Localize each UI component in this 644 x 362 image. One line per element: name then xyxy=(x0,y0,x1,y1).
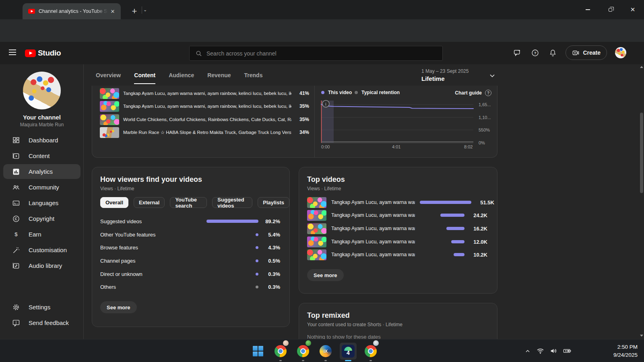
sidebar-item-dashboard[interactable]: Dashboard xyxy=(0,132,84,148)
chip-playlists[interactable]: Playlists xyxy=(258,197,289,208)
studio-brand[interactable]: Studio xyxy=(25,49,61,58)
search-icon xyxy=(195,50,202,57)
chip-suggested-videos[interactable]: Suggested videos xyxy=(212,197,252,208)
clock-date: 9/24/2025 xyxy=(613,351,638,359)
tab-close-icon[interactable]: ✕ xyxy=(109,7,117,15)
date-range-picker[interactable]: 1 May – 23 Sept 2025 Lifetime xyxy=(421,68,469,82)
chip-youtube-search[interactable]: YouTube search xyxy=(170,197,207,208)
traffic-row[interactable]: Other YouTube features 5.4% xyxy=(100,228,280,241)
restore-button[interactable] xyxy=(599,0,621,19)
chip-external[interactable]: External xyxy=(134,197,165,208)
sidebar-item-send-feedback[interactable]: Send feedback xyxy=(0,315,84,331)
traffic-filter-chips: Overall External YouTube search Suggeste… xyxy=(100,197,289,208)
sidebar-item-customisation[interactable]: Customisation xyxy=(0,242,84,258)
retention-video-row[interactable]: Tangkap Ayam Lucu, ayam warna warni, aya… xyxy=(92,100,314,113)
x-tick: 0:00 xyxy=(321,144,330,149)
chevron-down-icon[interactable] xyxy=(488,72,496,80)
page-scrollbar[interactable] xyxy=(639,64,644,339)
sidebar-item-languages[interactable]: Languages xyxy=(0,195,84,211)
video-thumbnail xyxy=(307,197,326,208)
scrollbar-thumb[interactable] xyxy=(640,113,643,193)
taskbar-ix-app[interactable]: IX xyxy=(319,339,332,362)
sidebar-item-settings[interactable]: Settings xyxy=(0,299,84,315)
help-icon[interactable]: ? xyxy=(530,48,540,58)
sidebar-item-content[interactable]: Content xyxy=(0,148,84,164)
chrome-icon xyxy=(365,345,377,357)
wifi-icon[interactable] xyxy=(537,347,544,355)
video-thumbnail xyxy=(100,88,119,99)
scroll-up-arrow-icon[interactable] xyxy=(640,66,643,68)
notifications-bell-icon[interactable] xyxy=(548,48,557,58)
chart-guide[interactable]: Chart guide ? xyxy=(455,90,491,96)
traffic-bar xyxy=(206,220,258,223)
top-video-row[interactable]: Tangkap Ayam Lucu, ayam warna warni, … 1… xyxy=(307,248,487,261)
browser-tab[interactable]: Channel analytics - YouTube Stu ✕ xyxy=(23,3,121,19)
tab-trends[interactable]: Trends xyxy=(244,64,263,86)
traffic-row[interactable]: Browse features 4.3% xyxy=(100,241,280,254)
sidebar-item-audio-library[interactable]: Audio library xyxy=(0,258,84,274)
profile-badge-icon xyxy=(373,340,379,346)
volume-icon[interactable] xyxy=(550,347,557,355)
channel-avatar[interactable] xyxy=(23,72,61,109)
sidebar-item-copyright[interactable]: Copyright xyxy=(0,211,84,226)
sidebar-item-community[interactable]: Community xyxy=(0,179,84,195)
taskbar-chrome-2[interactable] xyxy=(296,339,310,362)
content-icon xyxy=(12,152,20,160)
retention-video-row[interactable]: Tangkap Ayam Lucu, ayam warna warni, aya… xyxy=(92,87,314,100)
views-bar xyxy=(446,227,464,230)
dashboard-icon xyxy=(12,136,20,144)
battery-charging-icon[interactable] xyxy=(563,347,572,355)
chip-overall[interactable]: Overall xyxy=(100,197,128,208)
card-title: How viewers find your videos xyxy=(100,175,281,184)
studio-search-input[interactable]: Search across your channel xyxy=(189,46,443,61)
traffic-row[interactable]: Suggested videos 89.2% xyxy=(100,215,280,228)
sidebar-item-analytics[interactable]: Analytics xyxy=(0,164,84,179)
see-more-button[interactable]: See more xyxy=(100,301,137,313)
see-more-button[interactable]: See more xyxy=(307,269,344,281)
create-button[interactable]: Create xyxy=(566,45,607,60)
video-thumbnail xyxy=(100,127,119,138)
whats-new-icon[interactable] xyxy=(512,48,522,58)
scroll-down-arrow-icon[interactable] xyxy=(640,335,643,337)
taskbar-clock[interactable]: 2:50 PM 9/24/2025 xyxy=(613,343,638,359)
sidebar-footer: Settings Send feedback xyxy=(0,299,84,331)
taskbar-chrome-3[interactable] xyxy=(364,339,378,362)
views-bar xyxy=(451,240,464,243)
windows-taskbar: IX 4 2:50 PM 9/24/2025 xyxy=(0,339,644,362)
tab-separator xyxy=(142,6,142,14)
minimize-button[interactable] xyxy=(576,0,599,19)
account-avatar[interactable] xyxy=(615,47,626,58)
retention-video-row[interactable]: World Cute Chickens, Colorful Chickens, … xyxy=(92,113,314,126)
analytics-tabs: Overview Content Audience Revenue Trends xyxy=(96,64,262,86)
video-thumbnail xyxy=(307,210,326,221)
retention-video-row[interactable]: Marble Run Race ☆ HABA Slope & Retro Mak… xyxy=(92,126,314,139)
taskbar-active-app[interactable]: 4 xyxy=(341,339,355,362)
top-video-row[interactable]: Tangkap Ayam Lucu, ayam warna warni, … 2… xyxy=(307,209,487,222)
taskbar-chrome-1[interactable] xyxy=(274,339,287,362)
tab-revenue[interactable]: Revenue xyxy=(207,64,231,86)
top-video-row[interactable]: Tangkap Ayam Lucu, ayam warna warni, … 1… xyxy=(307,235,487,248)
top-video-row[interactable]: Tangkap Ayam Lucu, ayam warna warni, … 5… xyxy=(307,196,487,209)
hidden-icons-chevron-icon[interactable] xyxy=(524,348,531,354)
tab-audience[interactable]: Audience xyxy=(169,64,194,86)
traffic-row[interactable]: Direct or unknown 0.3% xyxy=(100,267,280,280)
close-button[interactable]: ✕ xyxy=(621,0,644,19)
tab-content[interactable]: Content xyxy=(134,64,155,86)
traffic-dot xyxy=(256,273,258,276)
new-tab-button[interactable]: + xyxy=(128,5,141,18)
video-thumbnail xyxy=(100,114,119,125)
help-circle-icon[interactable]: ? xyxy=(485,90,491,96)
running-indicator xyxy=(369,360,372,361)
y-tick: 1,10... xyxy=(479,115,491,120)
video-thumbnail xyxy=(307,223,326,234)
traffic-row[interactable]: Channel pages 0.5% xyxy=(100,254,280,267)
x-tick: 8:02 xyxy=(464,144,473,149)
top-video-row[interactable]: Tangkap Ayam Lucu, ayam warna warni, … 1… xyxy=(307,222,487,235)
start-button[interactable] xyxy=(251,339,265,362)
traffic-row[interactable]: Others 0.3% xyxy=(100,280,280,293)
tab-search-chevron-icon[interactable]: ⌄ xyxy=(143,7,147,12)
card-subtitle: Views · Lifetime xyxy=(100,186,281,191)
tab-overview[interactable]: Overview xyxy=(96,64,121,86)
sidebar-item-earn[interactable]: $ Earn xyxy=(0,226,84,242)
hamburger-menu-icon[interactable] xyxy=(9,49,16,55)
